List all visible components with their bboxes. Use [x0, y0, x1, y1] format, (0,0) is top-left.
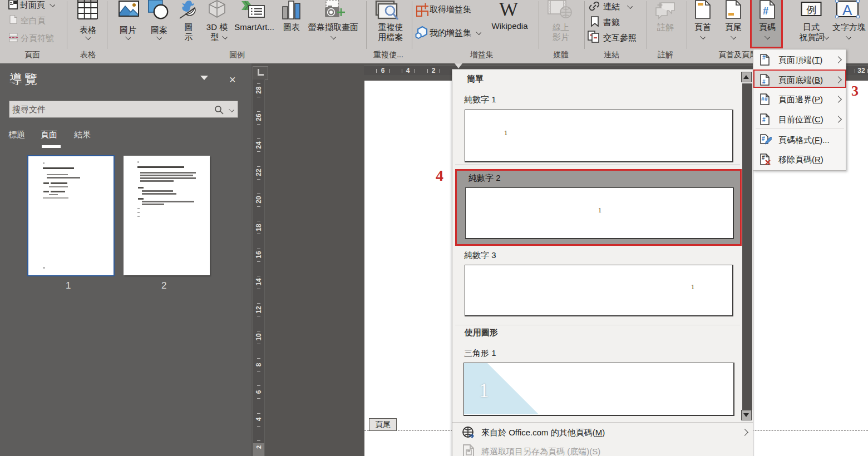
svg-text:#: #: [762, 155, 765, 161]
svg-text:#: #: [762, 54, 766, 61]
svg-text:例: 例: [806, 4, 816, 16]
svg-text:#: #: [765, 96, 768, 102]
svg-text:A: A: [842, 2, 852, 18]
svg-text:#: #: [762, 136, 765, 142]
svg-text:#: #: [762, 117, 766, 123]
